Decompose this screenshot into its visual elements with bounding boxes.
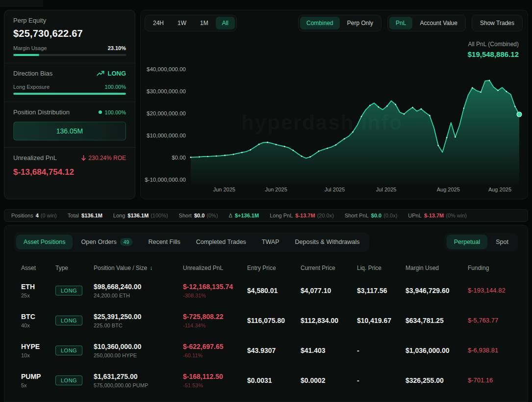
tabs-row: Asset Positions Open Orders49 Recent Fil… <box>14 232 518 252</box>
asset-symbol: PUMP <box>21 373 55 380</box>
show-trades-group: Show Trades <box>472 15 523 31</box>
col-liq-price[interactable]: Liq. Price <box>357 265 405 271</box>
range-1w-button[interactable]: 1W <box>171 17 193 29</box>
funding-value: $-6,938.81 <box>468 347 528 354</box>
current-price: $112,834.00 <box>301 317 357 324</box>
position-row[interactable]: ETH25x LONG $98,668,240.0024,200.00 ETH … <box>21 275 528 305</box>
svg-text:Jul 2025: Jul 2025 <box>325 187 345 192</box>
col-current-price[interactable]: Current Price <box>301 265 357 271</box>
position-row[interactable]: HYPE10x LONG $10,360,000.00250,000.00 HY… <box>21 335 528 365</box>
tab-open-orders[interactable]: Open Orders49 <box>74 234 140 250</box>
long-distribution-dot-icon <box>99 110 102 114</box>
position-value: $10,360,000.00 <box>94 343 183 350</box>
market-type-group: Perpetual Spot <box>445 233 518 251</box>
tab-deposits-withdrawals[interactable]: Deposits & Withdrawals <box>288 235 367 249</box>
position-row[interactable]: PUMP5x LONG $1,631,275.00575,000,000.00 … <box>21 365 528 395</box>
tab-twap[interactable]: TWAP <box>254 235 287 249</box>
margin-used: $3,946,729.60 <box>405 287 468 295</box>
perp-equity-section: Perp Equity $25,730,622.67 Margin Usage … <box>4 10 135 63</box>
current-price: $0.0002 <box>301 376 357 384</box>
positions-tab-group: Asset Positions Open Orders49 Recent Fil… <box>14 232 369 252</box>
position-value: $1,631,275.00 <box>94 373 183 380</box>
summary-item: Long PnL$-13.7M(20.0x) <box>270 213 334 218</box>
asset-symbol: HYPE <box>21 343 55 350</box>
position-type-badge: LONG <box>55 346 82 355</box>
position-distribution-box[interactable]: 136.05M <box>13 122 126 140</box>
margin-used: $1,036,000.00 <box>405 347 468 354</box>
range-all-button[interactable]: All <box>216 17 235 29</box>
col-unrealized-pnl[interactable]: Unrealized PnL <box>183 265 247 271</box>
col-type[interactable]: Type <box>55 265 94 271</box>
unrealized-pnl-pct: -51.53% <box>183 382 247 388</box>
svg-text:Aug 2025: Aug 2025 <box>488 187 511 192</box>
roe-value: 230.24% ROE <box>88 155 126 161</box>
svg-text:$0.00: $0.00 <box>172 155 186 161</box>
svg-text:$40,000,000.00: $40,000,000.00 <box>147 66 186 72</box>
margin-used: $326,255.00 <box>405 376 468 384</box>
unrealized-pnl-value: $-12,168,135.74 <box>183 283 247 291</box>
col-margin-used[interactable]: Margin Used <box>405 265 468 271</box>
svg-text:$30,000,000.00: $30,000,000.00 <box>147 88 186 94</box>
unrealized-pnl-label: Unrealized PnL <box>13 154 57 161</box>
position-value: $25,391,250.00 <box>94 313 183 321</box>
col-funding[interactable]: Funding <box>468 265 528 271</box>
perp-equity-label: Perp Equity <box>13 17 126 24</box>
svg-text:$10,000,000.00: $10,000,000.00 <box>147 133 186 138</box>
unrealized-pnl-section: Unrealized PnL 230.24% ROE $-13,684,754.… <box>4 148 135 184</box>
perp-only-toggle-button[interactable]: Perp Only <box>341 17 380 29</box>
unrealized-pnl-pct: -60.11% <box>183 352 247 358</box>
account-value-toggle-button[interactable]: Account Value <box>413 17 464 29</box>
col-entry-price[interactable]: Entry Price <box>247 265 301 271</box>
margin-usage-bar-fill <box>13 54 39 56</box>
position-distribution-section: Position Distribution 100.00% 136.05M <box>4 102 135 148</box>
asset-leverage: 10x <box>21 352 55 358</box>
summary-item: Short$0.0(0%) <box>179 213 218 218</box>
table-header-row: Asset Type Position Value / Size↓ Unreal… <box>21 265 528 275</box>
show-trades-button[interactable]: Show Trades <box>474 17 521 29</box>
position-size: 225.00 BTC <box>94 322 183 328</box>
time-range-group: 24H 1W 1M All <box>145 15 237 31</box>
unrealized-pnl-value: $-725,808.22 <box>183 313 247 321</box>
col-position-value[interactable]: Position Value / Size↓ <box>94 265 183 271</box>
col-asset[interactable]: Asset <box>21 265 55 271</box>
asset-leverage: 40x <box>21 322 55 328</box>
range-1m-button[interactable]: 1M <box>194 17 215 29</box>
header-fragment <box>0 0 43 7</box>
funding-value: $-5,763.77 <box>468 317 528 324</box>
summary-item: Positions4(0 win) <box>11 213 57 218</box>
range-24h-button[interactable]: 24H <box>147 17 170 29</box>
summary-item: Total$136.1M <box>68 213 102 218</box>
long-exposure-value: 100.00% <box>105 84 126 90</box>
chart-controls: 24H 1W 1M All Combined Perp Only PnL Acc… <box>145 15 523 31</box>
current-price: $41.403 <box>301 347 357 354</box>
margin-usage-label: Margin Usage <box>13 45 47 51</box>
svg-text:Jun 2025: Jun 2025 <box>265 187 287 192</box>
position-row[interactable]: BTC40x LONG $25,391,250.00225.00 BTC $-7… <box>21 305 528 335</box>
entry-price: $0.0031 <box>247 376 301 384</box>
tab-recent-fills[interactable]: Recent Fills <box>141 235 187 249</box>
position-size: 250,000.00 HYPE <box>94 352 183 358</box>
position-type-badge: LONG <box>55 286 82 295</box>
asset-positions-table: Asset Type Position Value / Size↓ Unreal… <box>21 265 528 395</box>
svg-text:Jul 2025: Jul 2025 <box>376 187 397 192</box>
sort-desc-icon: ↓ <box>150 265 152 271</box>
tab-completed-trades[interactable]: Completed Trades <box>189 235 253 249</box>
liq-price: $3,117.56 <box>357 287 405 295</box>
pnl-toggle-button[interactable]: PnL <box>389 17 412 29</box>
margin-used: $634,781.25 <box>405 317 468 324</box>
tab-perpetual[interactable]: Perpetual <box>447 235 488 249</box>
pnl-chart-panel: 24H 1W 1M All Combined Perp Only PnL Acc… <box>140 10 528 199</box>
position-size: 575,000,000.00 PUMP <box>94 382 183 388</box>
liq-price: $10,419.67 <box>357 317 405 324</box>
position-size: 24,200.00 ETH <box>94 293 183 298</box>
tab-spot[interactable]: Spot <box>488 235 516 249</box>
perp-equity-value: $25,730,622.67 <box>13 28 126 39</box>
combined-toggle-button[interactable]: Combined <box>300 17 340 29</box>
pnl-area-chart[interactable]: $40,000,000.00$30,000,000.00$20,000,000.… <box>142 52 527 194</box>
summary-item: UPnL$-13.7M(0% win) <box>408 213 467 218</box>
position-distribution-label: Position Distribution <box>13 108 70 116</box>
entry-price: $4,580.01 <box>247 287 301 295</box>
tab-asset-positions[interactable]: Asset Positions <box>16 235 73 249</box>
unrealized-pnl-pct: -114.34% <box>183 322 247 328</box>
summary-item: Long$136.1M(100%) <box>113 213 168 218</box>
